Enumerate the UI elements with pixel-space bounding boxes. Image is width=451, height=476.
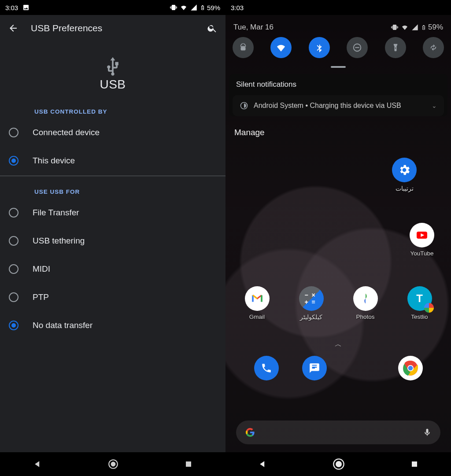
svg-rect-9 [241, 47, 246, 50]
nav-bar [0, 452, 226, 476]
status-time: 3:03 [231, 4, 244, 11]
notification-item[interactable]: Android System • Charging this device vi… [233, 95, 444, 116]
nav-back-icon[interactable] [258, 460, 267, 469]
app-label: ترتیبات [396, 185, 414, 192]
silent-panel: Silent notifications Android System • Ch… [229, 74, 447, 116]
vibrate-icon [391, 24, 398, 31]
status-bar: 3:03 59% [0, 0, 226, 15]
shade-date: Tue, Mar 16 [233, 23, 274, 32]
app-label: کیلکولیٹر [300, 314, 322, 321]
shade-date-row: Tue, Mar 16 59% [226, 15, 451, 34]
qs-flashlight[interactable] [385, 37, 406, 58]
qs-dnd[interactable] [347, 37, 368, 58]
nav-recent-icon[interactable] [410, 460, 418, 468]
app-label: Testlio [411, 314, 428, 320]
radio-file-transfer[interactable]: File Transfer [0, 199, 226, 227]
dock-chrome[interactable] [388, 356, 433, 380]
radio-no-data-transfer[interactable]: No data transfer [0, 311, 226, 339]
app-photos[interactable]: Photos [344, 286, 388, 321]
silent-header: Silent notifications [229, 74, 447, 95]
radio-icon [9, 321, 18, 330]
svg-rect-14 [412, 461, 417, 467]
section-label: USB CONTROLLED BY [0, 108, 226, 118]
gallery-icon [22, 4, 30, 11]
svg-point-7 [241, 45, 242, 46]
photos-icon [353, 286, 378, 311]
radio-icon [9, 292, 18, 302]
signal-icon [190, 4, 197, 11]
shade-handle[interactable] [331, 66, 346, 68]
notification-shade: 3:03 Tue, Mar 16 59% Si [226, 0, 451, 145]
radio-label: USB tethering [33, 236, 85, 246]
wifi-icon [180, 4, 188, 11]
app-label: Photos [356, 314, 374, 320]
app-gmail[interactable]: Gmail [235, 286, 279, 321]
radio-icon [9, 128, 18, 137]
nav-home-icon[interactable] [333, 458, 345, 470]
radio-label: No data transfer [33, 321, 92, 330]
quick-settings [226, 34, 451, 63]
radio-this-device[interactable]: This device [0, 147, 226, 175]
status-time: 3:03 [5, 4, 18, 11]
page-title: USB Preferences [31, 23, 195, 33]
radio-midi[interactable]: MIDI [0, 255, 226, 283]
chevron-up-icon[interactable]: ︿ [335, 340, 342, 349]
mic-icon[interactable] [423, 428, 432, 437]
svg-point-1 [111, 462, 116, 467]
chevron-down-icon[interactable]: ⌄ [432, 102, 437, 109]
dock-messages[interactable] [292, 356, 336, 380]
search-bar[interactable] [236, 421, 440, 444]
svg-rect-2 [186, 461, 191, 467]
status-bar: 3:03 [226, 0, 451, 15]
app-settings[interactable]: ترتیبات [382, 158, 426, 192]
radio-label: MIDI [33, 264, 50, 274]
qs-android[interactable] [233, 37, 254, 58]
battery-status: 59% [421, 23, 443, 32]
radio-label: Connected device [33, 128, 100, 137]
qs-rotate[interactable] [423, 37, 444, 58]
gmail-icon [245, 286, 270, 311]
app-youtube[interactable]: YouTube [400, 223, 444, 257]
nav-recent-icon[interactable] [185, 460, 192, 468]
back-icon[interactable] [8, 23, 18, 33]
vibrate-icon [170, 4, 177, 11]
section-label: USE USB FOR [0, 188, 226, 199]
messages-icon [302, 356, 327, 380]
app-calculator[interactable]: −×+= کیلکولیٹر [289, 286, 333, 321]
battery-status: 59% [200, 4, 220, 11]
testlio-icon: T [407, 286, 432, 311]
section-controlled-by: USB CONTROLLED BY Connected device This … [0, 96, 226, 175]
svg-point-8 [244, 45, 245, 46]
phone-icon [254, 356, 279, 380]
qs-wifi[interactable] [270, 37, 292, 58]
phone-home: ترتیبات YouTube Gmail −×+= [226, 0, 451, 476]
noti-text: Android System • Charging this device vi… [254, 102, 401, 110]
usb-icon [103, 55, 122, 77]
radio-icon [9, 156, 18, 166]
signal-icon [411, 24, 418, 31]
wifi-icon [401, 24, 409, 31]
radio-icon [9, 208, 18, 218]
battery-percent: 59% [207, 4, 220, 11]
radio-connected-device[interactable]: Connected device [0, 118, 226, 147]
android-system-icon [240, 101, 248, 110]
app-testlio[interactable]: T Testlio [398, 286, 442, 321]
radio-icon [9, 236, 18, 246]
dock-phone[interactable] [244, 356, 288, 380]
qs-bluetooth[interactable] [309, 37, 330, 58]
hero: USB [0, 41, 226, 96]
hero-label: USB [100, 77, 126, 92]
nav-home-icon[interactable] [107, 458, 119, 470]
radio-icon [9, 264, 18, 274]
radio-label: This device [33, 156, 75, 166]
nav-bar [226, 452, 451, 476]
svg-point-13 [336, 461, 342, 467]
app-label: Gmail [249, 314, 265, 320]
settings-icon [392, 158, 417, 182]
search-icon[interactable] [207, 23, 218, 33]
manage-button[interactable]: Manage [226, 120, 451, 145]
radio-usb-tethering[interactable]: USB tethering [0, 227, 226, 255]
nav-back-icon[interactable] [33, 460, 42, 469]
radio-label: File Transfer [33, 208, 79, 218]
radio-ptp[interactable]: PTP [0, 283, 226, 311]
